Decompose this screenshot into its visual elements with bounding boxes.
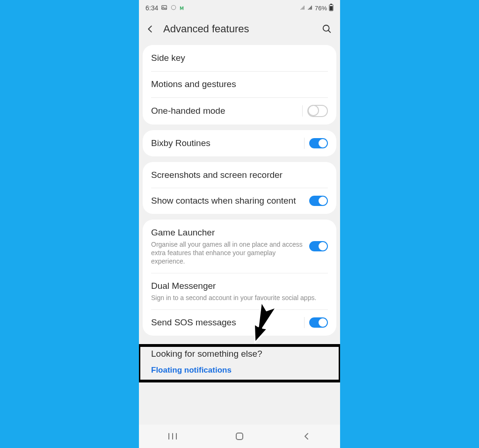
search-button[interactable] — [320, 22, 334, 36]
toggle-one-handed[interactable] — [307, 105, 328, 117]
back-button[interactable] — [144, 22, 157, 36]
status-left: 6:34 ᴍ — [145, 4, 184, 12]
row-title: One-handed mode — [151, 105, 298, 117]
status-time: 6:34 — [145, 4, 158, 12]
row-title: Game Launcher — [151, 227, 305, 238]
page-title: Advanced features — [163, 23, 314, 35]
svg-rect-4 — [330, 6, 333, 10]
row-title: Screenshots and screen recorder — [151, 169, 324, 181]
toggle-send-sos[interactable] — [309, 317, 328, 328]
binoculars-icon: ᴍ — [180, 5, 184, 11]
row-subtitle: Sign in to a second account in your favo… — [151, 294, 324, 302]
group-input: Side key Motions and gestures One-handed… — [143, 45, 336, 125]
row-separator — [302, 105, 303, 117]
svg-rect-5 — [330, 4, 332, 5]
group-looking-for: Looking for something else? Floating not… — [143, 341, 336, 375]
group-bixby: Bixby Routines — [143, 130, 336, 156]
status-right: 76% — [300, 4, 334, 13]
row-side-key[interactable]: Side key — [143, 45, 336, 71]
row-dual-messenger[interactable]: Dual Messenger Sign in to a second accou… — [143, 273, 336, 309]
row-one-handed[interactable]: One-handed mode — [143, 97, 336, 125]
phone-frame: 6:34 ᴍ 76% Advanced feature — [139, 0, 340, 448]
row-title: Bixby Routines — [151, 138, 300, 149]
row-title: Show contacts when sharing content — [151, 195, 305, 206]
nav-back-button[interactable] — [299, 431, 313, 442]
toggle-bixby[interactable] — [309, 138, 328, 148]
svg-point-2 — [172, 5, 176, 9]
row-separator — [304, 138, 305, 149]
row-screenshots-recorder[interactable]: Screenshots and screen recorder — [143, 162, 336, 188]
row-motions-gestures[interactable]: Motions and gestures — [143, 71, 336, 97]
toggle-show-contacts[interactable] — [309, 196, 328, 206]
row-title: Side key — [151, 52, 324, 64]
row-title: Motions and gestures — [151, 79, 324, 90]
group-screenshots: Screenshots and screen recorder Show con… — [143, 162, 336, 214]
row-title: Dual Messenger — [151, 280, 324, 292]
header: Advanced features — [139, 14, 340, 44]
signal-2-icon — [307, 5, 313, 12]
nav-bar — [139, 425, 340, 448]
row-bixby-routines[interactable]: Bixby Routines — [143, 130, 336, 156]
battery-text: 76% — [315, 5, 327, 12]
row-send-sos[interactable]: Send SOS messages — [143, 309, 336, 336]
row-game-launcher[interactable]: Game Launcher Organise all your games al… — [143, 220, 336, 273]
nav-home-button[interactable] — [232, 431, 247, 442]
group-gaming-messaging: Game Launcher Organise all your games al… — [143, 220, 336, 336]
row-separator — [304, 317, 305, 328]
row-subtitle: Organise all your games all in one place… — [151, 240, 305, 266]
settings-list[interactable]: Side key Motions and gestures One-handed… — [139, 45, 340, 425]
photo-icon — [161, 4, 167, 12]
svg-rect-7 — [236, 433, 243, 440]
toggle-game-launcher[interactable] — [309, 241, 328, 251]
circle-icon — [170, 4, 177, 12]
row-show-contacts[interactable]: Show contacts when sharing content — [143, 188, 336, 214]
row-title: Send SOS messages — [151, 317, 300, 328]
battery-icon — [329, 4, 334, 13]
nav-recents-button[interactable] — [166, 431, 180, 442]
link-floating-notifications[interactable]: Floating notifications — [151, 366, 328, 375]
signal-1-icon — [300, 5, 305, 12]
status-bar: 6:34 ᴍ 76% — [139, 0, 340, 14]
looking-for-title: Looking for something else? — [151, 349, 328, 359]
